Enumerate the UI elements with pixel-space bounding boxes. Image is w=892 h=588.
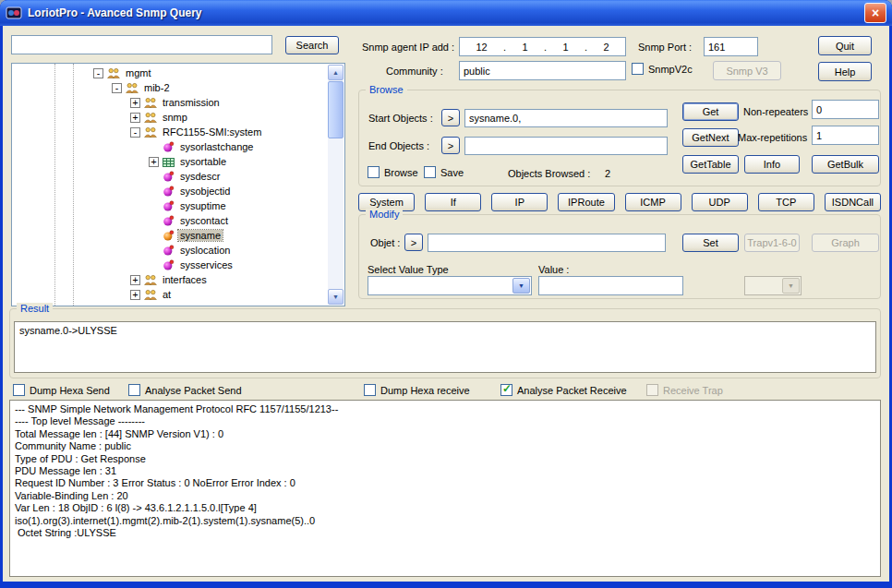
tree-item-interfaces[interactable]: +interfaces — [12, 272, 329, 287]
objet-input[interactable] — [428, 234, 666, 252]
expand-icon[interactable]: + — [130, 290, 140, 300]
tree-item-label[interactable]: sysobjectid — [178, 186, 232, 197]
scroll-down-icon[interactable]: ▼ — [328, 289, 344, 305]
expand-icon[interactable]: + — [130, 113, 140, 123]
tree-item-label[interactable]: syslocation — [178, 245, 232, 256]
info-button[interactable]: Info — [744, 155, 800, 174]
udp-button[interactable]: UDP — [692, 193, 748, 211]
tree-item-at[interactable]: +at — [12, 287, 329, 302]
tree-item-transmission[interactable]: +transmission — [12, 95, 329, 110]
tree-item-sysobjectid[interactable]: sysobjectid — [12, 184, 329, 198]
tree-item-syslocation[interactable]: syslocation — [12, 243, 329, 258]
analyse-packet-receive-checkbox[interactable]: Analyse Packet Receive — [500, 384, 627, 396]
tree-item-label[interactable]: sysortable — [178, 156, 228, 167]
isdncall-button[interactable]: ISDNCall — [825, 193, 881, 211]
max-repetitions-input[interactable] — [812, 126, 879, 145]
value-label: Value : — [538, 264, 569, 275]
getbulk-button[interactable]: GetBulk — [812, 155, 879, 174]
icmp-button[interactable]: ICMP — [625, 193, 681, 211]
collapse-icon[interactable]: - — [93, 68, 103, 78]
analysis-line: Var Len : 18 ObjID : 6 l(8) -> 43.6.1.2.… — [15, 502, 875, 514]
tree-item-sysname[interactable]: sysname — [12, 228, 329, 243]
tree-item-sysdescr[interactable]: sysdescr — [12, 169, 329, 184]
save-checkbox-box[interactable] — [424, 166, 436, 178]
value-type-select[interactable]: ▼ — [368, 276, 532, 295]
tree-item-label[interactable]: sysservices — [178, 259, 235, 270]
analyse-packet-send-checkbox-box[interactable] — [128, 384, 140, 396]
get-button[interactable]: Get — [682, 102, 739, 121]
gettable-button[interactable]: GetTable — [682, 155, 739, 174]
collapse-icon[interactable]: - — [130, 127, 140, 138]
iproute-button[interactable]: IPRoute — [558, 193, 614, 211]
search-input[interactable] — [11, 35, 272, 54]
tree-item-label[interactable]: at — [161, 289, 173, 300]
tree-item-label[interactable]: sysdescr — [178, 171, 222, 182]
ip-address-field[interactable]: 12.1.1.2 — [459, 37, 626, 56]
help-button[interactable]: Help — [818, 62, 872, 81]
browse-checkbox-box[interactable] — [368, 166, 380, 178]
community-input[interactable] — [459, 61, 626, 80]
objet-picker-button[interactable]: > — [404, 234, 423, 251]
tree-item-label[interactable]: RFC1155-SMI:system — [161, 126, 263, 138]
analysis-output[interactable]: --- SNMP Simple Network Management Proto… — [9, 400, 881, 577]
non-repeaters-input[interactable] — [812, 100, 879, 119]
tree-scrollbar[interactable]: ▲ ▼ — [328, 65, 344, 305]
tree-item-sysuptime[interactable]: sysuptime — [12, 198, 329, 213]
tree-item-rfc1155-smi-system[interactable]: -RFC1155-SMI:system — [12, 125, 329, 139]
start-objects-picker-button[interactable]: > — [441, 109, 460, 126]
snmpv2c-checkbox-box[interactable] — [632, 63, 644, 75]
tree-item-mgmt[interactable]: -mgmt — [12, 66, 329, 80]
tree-item-label[interactable]: sysuptime — [178, 200, 228, 211]
dump-hexa-send-checkbox[interactable]: Dump Hexa Send — [13, 384, 110, 396]
ip-octet-3[interactable]: 1 — [562, 42, 568, 53]
quit-button[interactable]: Quit — [818, 36, 872, 55]
getnext-button[interactable]: GetNext — [682, 128, 739, 147]
value-input[interactable] — [538, 276, 683, 295]
save-checkbox[interactable]: Save — [424, 166, 464, 178]
if-button[interactable]: If — [425, 193, 481, 211]
title-bar[interactable]: LoriotPro - Avanced Snmp Query × — [0, 0, 892, 26]
search-button[interactable]: Search — [285, 36, 339, 54]
tree-item-label[interactable]: snmp — [161, 112, 189, 123]
result-output[interactable]: sysname.0->ULYSSE — [14, 321, 876, 373]
tree-item-label[interactable]: mgmt — [124, 67, 153, 78]
ip-octet-4[interactable]: 2 — [603, 42, 609, 53]
tcp-button[interactable]: TCP — [758, 193, 814, 211]
tree-item-sysortable[interactable]: +sysortable — [12, 154, 329, 169]
end-objects-input[interactable] — [464, 137, 668, 155]
tree-item-label[interactable]: transmission — [161, 97, 222, 108]
collapse-icon[interactable]: - — [112, 83, 122, 93]
tree-item-label[interactable]: interfaces — [161, 274, 209, 285]
tree-item-syscontact[interactable]: syscontact — [12, 213, 329, 228]
dump-hexa-receive-checkbox-box[interactable] — [364, 384, 376, 396]
analyse-packet-receive-checkbox-box[interactable] — [500, 384, 512, 396]
ip-button[interactable]: IP — [491, 193, 548, 211]
mib-group-icon — [144, 126, 157, 138]
dump-hexa-send-checkbox-box[interactable] — [13, 384, 25, 396]
tree-item-sysorlastchange[interactable]: sysorlastchange — [12, 139, 329, 154]
snmpv2c-checkbox[interactable]: SnmpV2c — [632, 63, 693, 75]
expand-icon[interactable]: + — [149, 157, 159, 167]
tree-item-snmp[interactable]: +snmp — [12, 110, 329, 125]
chevron-down-icon[interactable]: ▼ — [512, 278, 530, 294]
analyse-packet-send-checkbox[interactable]: Analyse Packet Send — [128, 384, 242, 396]
ip-octet-1[interactable]: 12 — [476, 42, 487, 53]
snmp-port-input[interactable] — [704, 37, 758, 56]
close-button[interactable]: × — [864, 3, 886, 23]
expand-icon[interactable]: + — [130, 275, 140, 285]
tree-item-label[interactable]: syscontact — [178, 215, 230, 226]
dump-hexa-receive-checkbox[interactable]: Dump Hexa receive — [364, 384, 470, 396]
ip-octet-2[interactable]: 1 — [522, 42, 527, 53]
tree-item-label[interactable]: sysname — [178, 230, 223, 241]
set-button[interactable]: Set — [682, 234, 739, 252]
start-objects-input[interactable] — [464, 109, 668, 127]
end-objects-picker-button[interactable]: > — [441, 137, 460, 154]
tree-item-mib-2[interactable]: -mib-2 — [12, 80, 329, 95]
tree-scrollbar-thumb[interactable] — [328, 81, 344, 138]
browse-checkbox[interactable]: Browse — [368, 166, 418, 178]
expand-icon[interactable]: + — [130, 98, 140, 108]
tree-item-label[interactable]: sysorlastchange — [178, 141, 256, 152]
tree-item-label[interactable]: mib-2 — [142, 82, 172, 93]
scroll-up-icon[interactable]: ▲ — [328, 65, 344, 80]
tree-item-sysservices[interactable]: sysservices — [12, 258, 329, 272]
